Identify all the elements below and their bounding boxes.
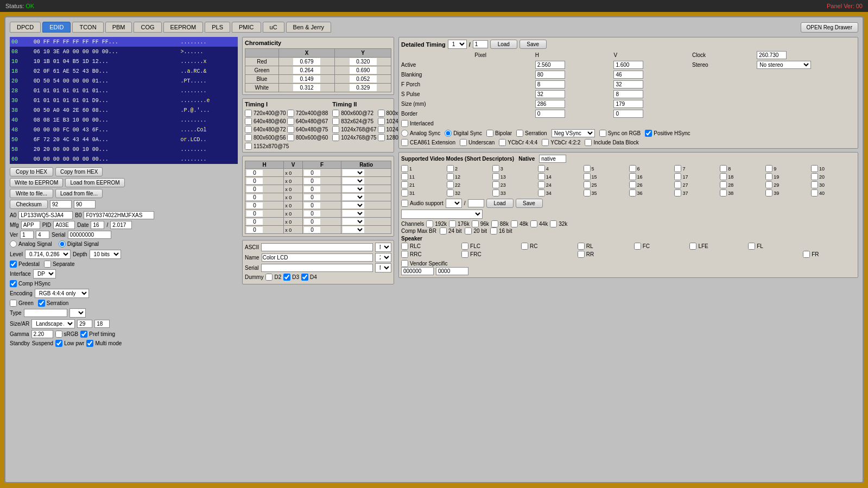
vm-23[interactable] (492, 181, 499, 188)
tab-edid[interactable]: EDID (42, 22, 71, 33)
vm-25[interactable] (584, 181, 591, 188)
hvf-f3[interactable] (304, 186, 320, 192)
vendor-val1-input[interactable] (401, 267, 434, 275)
vm-30[interactable] (811, 181, 818, 188)
ch-48k[interactable] (511, 220, 518, 227)
hvf-ratio1[interactable] (343, 169, 364, 176)
vm-6[interactable] (629, 165, 636, 172)
vm-3[interactable] (492, 165, 499, 172)
ycbcr422-check[interactable]: YCbCr 4:2:2 (542, 139, 580, 146)
multi-mode-check[interactable]: Multi mode (86, 340, 122, 347)
ch-32k[interactable] (550, 220, 557, 227)
hvf-h7[interactable] (246, 219, 263, 225)
digital-sync-radio-label[interactable]: Digital Sync (445, 130, 482, 137)
type-select[interactable] (69, 308, 86, 318)
serial-input[interactable] (68, 231, 111, 239)
include-data-block-check[interactable]: Include Data Block (585, 139, 638, 146)
vm-16[interactable] (629, 173, 636, 180)
encoding-select[interactable]: RGB 4:4:4 only (35, 289, 89, 298)
timing-640x480-75[interactable] (287, 126, 294, 133)
name-input[interactable] (262, 253, 373, 262)
timing-720x400-70[interactable] (245, 110, 252, 117)
spk-fl[interactable] (748, 243, 755, 250)
spk-rc[interactable] (521, 243, 528, 250)
srgb-check[interactable]: sRGB (55, 331, 79, 338)
analog-sync-radio[interactable] (401, 130, 408, 137)
timing-1152x870-75[interactable] (245, 143, 252, 150)
vm-15[interactable] (584, 173, 591, 180)
spk-rlc[interactable] (401, 243, 408, 250)
green-check[interactable]: Green (10, 300, 34, 307)
serration-check[interactable]: Serration (38, 300, 69, 307)
mfg-input[interactable] (21, 221, 40, 229)
hvf-f7[interactable] (304, 219, 320, 225)
spk-rl[interactable] (578, 243, 585, 250)
timing-720x400-88[interactable] (287, 110, 294, 117)
vm-2[interactable] (447, 165, 454, 172)
vm-8[interactable] (720, 165, 727, 172)
ch-176k[interactable] (449, 220, 456, 227)
vm-12[interactable] (447, 173, 454, 180)
dt-stereo-select[interactable]: No stereo (757, 61, 811, 69)
vm-4[interactable] (538, 165, 545, 172)
hvf-h4[interactable] (246, 194, 263, 200)
timing-1024x768-75[interactable] (332, 134, 339, 141)
hex-row[interactable]: 28 01 01 01 01 01 01 01... ........ (10, 86, 238, 96)
dt-load-button[interactable]: Load (490, 40, 517, 49)
ascii-n-select[interactable]: N (375, 243, 391, 252)
dt-size-v[interactable] (613, 100, 643, 108)
vm-31[interactable] (401, 189, 408, 197)
d2-check[interactable]: D2 (265, 274, 281, 281)
hvf-h2[interactable] (246, 178, 263, 184)
tab-pbm[interactable]: PBM (105, 22, 132, 33)
hvf-h6[interactable] (246, 211, 263, 217)
hvf-h5[interactable] (246, 202, 263, 208)
vm-32[interactable] (447, 189, 454, 197)
vm-22[interactable] (447, 181, 454, 188)
vm-24[interactable] (538, 181, 545, 188)
timing-832x624-75[interactable] (332, 118, 339, 125)
bit-20[interactable] (465, 227, 472, 235)
hex-row[interactable]: 50 6F 72 20 4C 43 44 0A... or.LCD.. (10, 135, 238, 144)
analog-sync-radio-label[interactable]: Analog Sync (401, 130, 440, 137)
ascii-input[interactable] (261, 243, 373, 251)
hex-row[interactable]: 38 00 50 A0 40 2E 60 08... .P.@.'... (10, 105, 238, 115)
vm-34[interactable] (538, 189, 545, 197)
size-ar-select[interactable]: Landscape AR (31, 319, 75, 328)
tab-uc[interactable]: uC (263, 22, 284, 33)
dt-clock-input[interactable] (757, 51, 787, 59)
timing-1024x768-87[interactable] (378, 118, 385, 125)
vm-40[interactable] (811, 189, 818, 197)
audio-save-button[interactable]: Save (516, 199, 543, 208)
vm-36[interactable] (629, 189, 636, 197)
hvf-h1[interactable] (246, 170, 263, 176)
hvf-f8[interactable] (304, 227, 320, 233)
dt-active-v[interactable] (613, 61, 643, 69)
bit-16[interactable] (490, 227, 497, 235)
chroma-white-y[interactable] (350, 84, 377, 91)
hvf-f1[interactable] (304, 170, 320, 176)
hex-row[interactable]: 10 10 1B 01 04 B5 1D 12... .......x (10, 56, 238, 66)
hvf-ratio5[interactable] (343, 202, 364, 208)
hex-row[interactable]: 40 08 08 1E B3 10 00 00... ........ (10, 115, 238, 125)
vm-18[interactable] (720, 173, 727, 180)
vm-28[interactable] (720, 181, 727, 188)
timing-800x600-56[interactable] (245, 134, 252, 141)
d3-check[interactable]: D3 (283, 274, 299, 281)
vm-1[interactable] (401, 165, 408, 172)
hex-row[interactable]: 48 00 00 00 FC 00 43 6F... .....Col (10, 125, 238, 135)
vm-7[interactable] (674, 165, 681, 172)
separate-check[interactable]: Separate (44, 261, 75, 268)
underscan-check[interactable]: Underscan (460, 139, 495, 146)
year-input[interactable] (110, 221, 132, 229)
write-to-file-button[interactable]: Write to file... (10, 189, 53, 198)
vsync-select[interactable]: Neg VSync (552, 129, 595, 137)
serial-n-select[interactable]: N (375, 263, 391, 272)
hvf-f4[interactable] (304, 194, 320, 200)
hex-row[interactable]: 60 00 00 00 00 00 00 00... ........ (10, 154, 238, 164)
ycbcr444-check[interactable]: YCbCr 4:4:4 (499, 139, 537, 146)
ver-input2[interactable] (36, 231, 49, 239)
spk-flc[interactable] (461, 243, 468, 250)
vm-38[interactable] (720, 189, 727, 197)
dt-fporch-h[interactable] (535, 80, 565, 88)
